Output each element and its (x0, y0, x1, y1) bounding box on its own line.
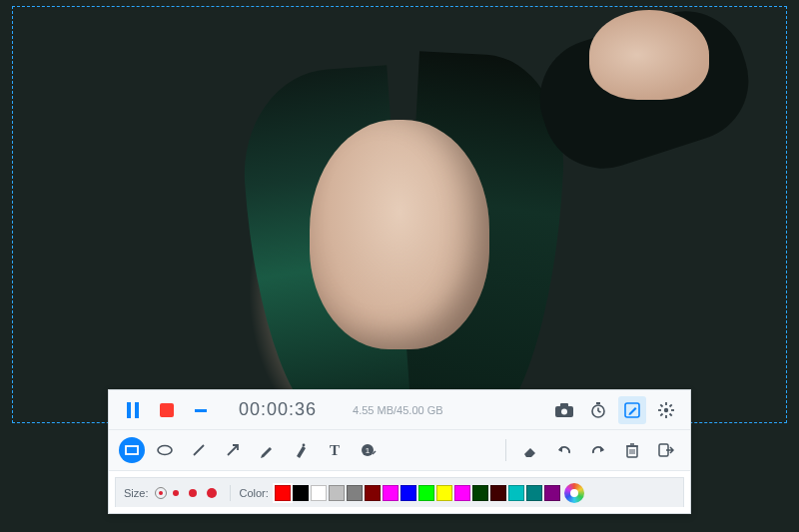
color-swatch[interactable] (526, 485, 542, 501)
svg-rect-5 (560, 403, 568, 407)
marker-tool[interactable] (287, 436, 315, 464)
arrow-tool[interactable] (219, 436, 247, 464)
style-row: Size: Color: (115, 477, 684, 507)
svg-point-6 (561, 408, 567, 414)
rectangle-tool[interactable] (119, 437, 145, 463)
size-dot-4[interactable] (159, 491, 163, 495)
annotation-tools-row: T 1 (109, 430, 690, 471)
color-swatch[interactable] (329, 485, 345, 501)
svg-line-9 (598, 411, 601, 412)
svg-rect-0 (127, 402, 131, 418)
ellipse-tool[interactable] (151, 436, 179, 464)
color-swatch[interactable] (311, 485, 327, 501)
annotate-toggle[interactable] (618, 396, 646, 424)
palette-icon[interactable] (564, 483, 584, 503)
svg-point-22 (158, 446, 172, 455)
svg-line-20 (660, 413, 662, 415)
color-swatch[interactable] (383, 485, 399, 501)
svg-rect-2 (160, 403, 174, 417)
color-swatch[interactable] (365, 485, 381, 501)
undo-button[interactable] (550, 436, 578, 464)
trash-button[interactable] (618, 436, 646, 464)
color-swatch[interactable] (472, 485, 488, 501)
text-tool[interactable]: T (321, 436, 349, 464)
divider (505, 439, 506, 461)
svg-text:1: 1 (366, 446, 371, 455)
color-swatch[interactable] (400, 485, 416, 501)
size-label: Size: (124, 487, 148, 499)
svg-line-19 (670, 404, 672, 406)
svg-line-18 (670, 413, 672, 415)
size-dot-10[interactable] (207, 488, 217, 498)
line-tool[interactable] (185, 436, 213, 464)
svg-line-17 (660, 404, 662, 406)
color-swatch[interactable] (544, 485, 560, 501)
recorder-controls-row: 00:00:36 4.55 MB/45.00 GB (109, 390, 690, 430)
eraser-tool[interactable] (516, 436, 544, 464)
svg-rect-21 (126, 446, 138, 454)
svg-line-24 (228, 446, 237, 455)
size-dot-6[interactable] (173, 490, 179, 496)
svg-rect-3 (195, 409, 207, 412)
color-swatch[interactable] (293, 485, 309, 501)
counter-tool[interactable]: 1 (355, 436, 383, 464)
exit-annotate-button[interactable] (652, 436, 680, 464)
size-dot-8[interactable] (189, 489, 197, 497)
recorder-panel: 00:00:36 4.55 MB/45.00 GB (108, 389, 691, 514)
redo-button[interactable] (584, 436, 612, 464)
color-swatch[interactable] (418, 485, 434, 501)
color-label: Color: (239, 487, 268, 499)
pause-button[interactable] (119, 396, 147, 424)
color-swatch[interactable] (490, 485, 506, 501)
svg-point-25 (303, 444, 306, 447)
color-swatch[interactable] (454, 485, 470, 501)
pencil-tool[interactable] (253, 436, 281, 464)
svg-line-23 (194, 445, 204, 455)
settings-button[interactable] (652, 396, 680, 424)
file-size-info: 4.55 MB/45.00 GB (353, 404, 443, 416)
camera-icon[interactable] (550, 396, 578, 424)
svg-rect-10 (596, 402, 600, 404)
color-swatch[interactable] (508, 485, 524, 501)
timer-icon[interactable] (584, 396, 612, 424)
minimize-button[interactable] (187, 396, 215, 424)
svg-point-12 (664, 407, 668, 411)
elapsed-time: 00:00:36 (239, 399, 317, 420)
color-swatch[interactable] (275, 485, 291, 501)
stop-button[interactable] (153, 396, 181, 424)
color-swatch[interactable] (436, 485, 452, 501)
svg-rect-1 (135, 402, 139, 418)
color-swatch[interactable] (347, 485, 363, 501)
